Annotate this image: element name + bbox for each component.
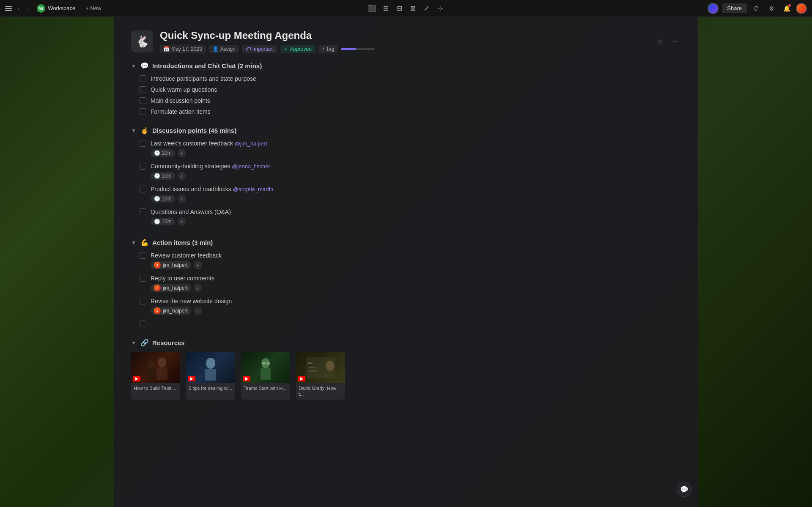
checkbox-d1[interactable] <box>140 140 146 147</box>
list-item: Questions and Answers (Q&A) 🕐 15m + <box>131 207 681 228</box>
topbar-right: Share ⏱ ⚙ 🔔 <box>708 3 807 14</box>
notification-wrapper: 🔔 <box>781 3 793 14</box>
checkbox-d4[interactable] <box>140 208 146 215</box>
view-board-icon[interactable]: ⊞ <box>380 3 392 14</box>
list-item: Introduce participants and state purpose <box>131 74 681 83</box>
add-time-btn-d2[interactable]: + <box>178 172 186 180</box>
star-button[interactable]: ☆ <box>654 36 666 47</box>
item-text-a1: Review customer feedback <box>151 252 222 259</box>
list-item: Quick warm up questions <box>131 85 681 94</box>
add-assignee-btn-a2[interactable]: + <box>194 284 202 292</box>
svg-rect-9 <box>266 362 270 364</box>
chat-fab[interactable]: 💬 <box>677 482 692 497</box>
checkbox-2[interactable] <box>140 86 146 93</box>
svg-rect-8 <box>262 362 266 364</box>
item-text-d3: Product issues and roadblocks @angela_ma… <box>151 186 273 192</box>
time-row-d4: 🕐 15m + <box>140 217 681 226</box>
add-time-btn-d4[interactable]: + <box>178 217 186 226</box>
add-time-btn-d3[interactable]: + <box>178 195 186 203</box>
add-assignee-btn-a1[interactable]: + <box>194 261 202 269</box>
menu-icon[interactable] <box>5 5 13 12</box>
time-row-d1: 🕐 10m + <box>140 149 681 157</box>
resources-section-header[interactable]: ▼ 🔗 Resources <box>131 339 681 347</box>
resources-collapse-icon: ▼ <box>131 340 137 346</box>
forward-arrow-icon[interactable]: › <box>25 4 30 13</box>
intro-section-header[interactable]: ▼ 💬 Introductions and Chit Chat (2 mins) <box>131 62 681 70</box>
view-table-icon[interactable]: ⊟ <box>393 3 405 14</box>
item-text-d4: Questions and Answers (Q&A) <box>151 208 231 215</box>
share-button[interactable]: Share <box>722 3 747 13</box>
checklist-row-empty <box>140 319 681 329</box>
assignee-badge-a2[interactable]: J jim_halpert <box>151 284 191 292</box>
video-thumb-3 <box>241 352 290 383</box>
checkbox-d3[interactable] <box>140 186 146 192</box>
add-assignee-btn-a3[interactable]: + <box>194 307 202 315</box>
tag-tag[interactable]: + Tag <box>318 45 337 53</box>
doc-header: 🐇 Quick Sync-up Meeting Agenda 📅 May 17,… <box>131 30 681 53</box>
assignee-row-a3: J jim_halpert + <box>140 307 681 315</box>
action-section: ▼ 💪 Action items (3 min) Review customer… <box>131 238 681 329</box>
video-card-1[interactable]: How to Build Trust ... <box>131 352 180 400</box>
assignee-badge-a1[interactable]: J jim_halpert <box>151 261 191 269</box>
view-list-icon[interactable]: ⬛ <box>366 3 378 14</box>
mention-angela[interactable]: @angela_martin <box>233 186 274 192</box>
checkbox-d2[interactable] <box>140 163 146 170</box>
new-button[interactable]: + New <box>82 3 104 13</box>
time-badge-d2[interactable]: 🕐 10m <box>151 172 175 180</box>
date-tag[interactable]: 📅 May 17, 2023 <box>160 45 206 53</box>
settings-icon[interactable]: ⚙ <box>765 3 777 14</box>
timer-icon[interactable]: ⏱ <box>750 3 762 14</box>
add-time-btn-d1[interactable]: + <box>178 149 186 157</box>
assignee-badge-a3[interactable]: J jim_halpert <box>151 307 191 315</box>
youtube-play-icon-1 <box>133 376 140 381</box>
assignee-row-a2: J jim_halpert + <box>140 284 681 292</box>
back-arrow-icon[interactable]: ‹ <box>16 4 22 13</box>
svg-rect-5 <box>205 369 216 381</box>
assign-tag[interactable]: 👤 Assign <box>209 45 239 53</box>
checkbox-a1[interactable] <box>140 252 146 259</box>
avatar[interactable] <box>708 3 719 14</box>
important-tag[interactable]: 🏷 Important <box>242 45 277 53</box>
checklist-row: Last week's customer feedback @jim_halpe… <box>140 139 681 148</box>
list-item: Community-building strategies @jenna_fis… <box>131 162 681 183</box>
topbar: ‹ › W Workspace + New ⬛ ⊞ ⊟ ⊠ ⤢ ⊹ Share … <box>0 0 812 17</box>
checkbox-3[interactable] <box>140 97 146 104</box>
item-text-d1: Last week's customer feedback @jim_halpe… <box>151 140 267 147</box>
checkbox-a3[interactable] <box>140 298 146 304</box>
item-text-2: Quick warm up questions <box>151 86 217 93</box>
list-item: Revise the new website design J jim_halp… <box>131 296 681 318</box>
video-card-2[interactable]: 5 tips for dealing wi... <box>186 352 235 400</box>
topbar-center: ⬛ ⊞ ⊟ ⊠ ⤢ ⊹ <box>104 3 708 14</box>
doc-icon: 🐇 <box>131 30 153 52</box>
checklist-row: Main discussion points <box>140 96 681 105</box>
time-badge-d4[interactable]: 🕐 15m <box>151 218 175 225</box>
action-section-header[interactable]: ▼ 💪 Action items (3 min) <box>131 238 681 247</box>
progress-bar <box>341 48 375 50</box>
item-text-d2: Community-building strategies @jenna_fis… <box>151 163 270 170</box>
checkbox-empty[interactable] <box>140 321 146 327</box>
approved-tag[interactable]: ✓ Approved <box>280 45 315 53</box>
discussion-section-header[interactable]: ▼ ☝️ Discussion points (45 mins) <box>131 126 681 134</box>
time-badge-d3[interactable]: 🕐 10m <box>151 195 175 203</box>
assignee-row-a1: J jim_halpert + <box>140 261 681 269</box>
notification-icon[interactable]: 🔔 <box>781 3 793 14</box>
time-badge-d1[interactable]: 🕐 10m <box>151 149 175 157</box>
video-card-4[interactable]: AS: ndless A nvoluntary David Grady: How… <box>296 352 345 400</box>
mention-jenna[interactable]: @jenna_fischer <box>232 163 270 170</box>
share-button-label: Share <box>727 5 742 11</box>
discussion-title: Discussion points (45 mins) <box>152 127 236 134</box>
mention-jim[interactable]: @jim_halpert <box>235 140 267 147</box>
video-card-3[interactable]: Teams Start with H... <box>241 352 290 400</box>
nodes-icon[interactable]: ⊹ <box>434 3 446 14</box>
checkbox-1[interactable] <box>140 75 146 82</box>
view-calendar-icon[interactable]: ⊠ <box>407 3 419 14</box>
resources-emoji: 🔗 <box>140 339 149 347</box>
checkbox-4[interactable] <box>140 108 146 115</box>
checkbox-a2[interactable] <box>140 275 146 282</box>
workspace-button[interactable]: W Workspace <box>33 3 79 14</box>
more-options-button[interactable]: ··· <box>669 36 681 47</box>
share-view-icon[interactable]: ⤢ <box>420 3 432 14</box>
checklist-row: Quick warm up questions <box>140 85 681 94</box>
user-avatar[interactable] <box>796 3 807 14</box>
assignee-avatar-a1: J <box>154 262 161 269</box>
